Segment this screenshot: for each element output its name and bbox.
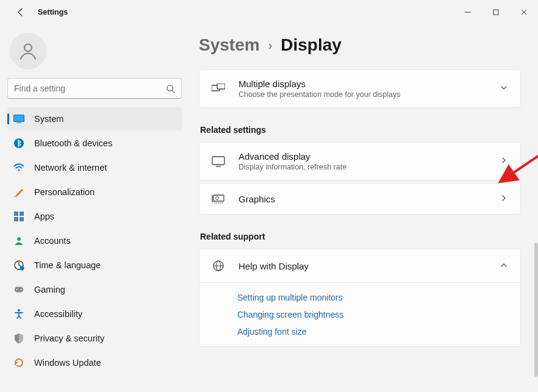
svg-line-4 <box>172 90 174 93</box>
window-title: Settings <box>38 8 68 16</box>
help-link[interactable]: Setting up multiple monitors <box>237 293 508 302</box>
close-button[interactable] <box>510 0 538 24</box>
avatar[interactable] <box>10 33 46 69</box>
svg-point-2 <box>24 44 32 51</box>
displays-icon <box>212 82 225 96</box>
clock-globe-icon <box>13 260 24 271</box>
gpu-icon <box>212 192 225 205</box>
svg-point-3 <box>167 85 173 90</box>
shield-icon <box>13 333 24 344</box>
card-title: Multiple displays <box>239 79 486 89</box>
svg-point-18 <box>16 289 17 290</box>
chevron-right-icon <box>500 194 508 204</box>
sidebar-item-label: Apps <box>34 212 54 221</box>
monitor-icon <box>212 155 225 168</box>
sidebar-item-network[interactable]: Network & internet <box>7 156 182 179</box>
person-icon <box>18 41 38 62</box>
search-input[interactable] <box>7 78 182 99</box>
svg-point-20 <box>18 309 20 312</box>
sidebar-item-gaming[interactable]: Gaming <box>7 278 182 301</box>
sidebar-item-privacy[interactable]: Privacy & security <box>7 327 182 350</box>
svg-point-9 <box>18 169 20 171</box>
sidebar-item-bluetooth[interactable]: Bluetooth & devices <box>7 132 182 155</box>
svg-point-19 <box>21 289 22 290</box>
svg-rect-22 <box>217 84 225 89</box>
wifi-icon <box>13 162 24 173</box>
main-content: System › Display Multiple displays Choos… <box>189 24 538 392</box>
minimize-button[interactable] <box>454 0 482 24</box>
card-title: Graphics <box>239 194 486 204</box>
accessibility-icon <box>13 308 24 319</box>
svg-rect-13 <box>20 217 24 221</box>
svg-rect-6 <box>14 115 24 121</box>
gamepad-icon <box>13 284 24 295</box>
svg-rect-10 <box>14 212 18 216</box>
sidebar-item-apps[interactable]: Apps <box>7 205 182 228</box>
svg-point-26 <box>216 197 219 200</box>
sidebar-item-system[interactable]: System <box>7 107 182 130</box>
sidebar-item-label: System <box>34 114 63 124</box>
scrollbar[interactable] <box>534 243 538 377</box>
bluetooth-icon <box>13 138 24 149</box>
card-subtitle: Choose the presentation mode for your di… <box>239 90 486 99</box>
sidebar-item-label: Privacy & security <box>34 333 104 343</box>
svg-rect-7 <box>16 123 21 123</box>
card-title: Advanced display <box>239 151 486 162</box>
chevron-down-icon <box>500 84 508 94</box>
help-link[interactable]: Changing screen brightness <box>237 310 508 319</box>
svg-rect-11 <box>20 212 24 216</box>
svg-rect-23 <box>212 157 224 165</box>
section-related-settings: Related settings <box>200 125 521 135</box>
grid-icon <box>13 211 24 222</box>
card-title: Help with Display <box>239 261 486 271</box>
svg-point-14 <box>17 237 21 241</box>
card-help: Help with Display Setting up multiple mo… <box>199 249 521 347</box>
svg-point-16 <box>20 266 24 271</box>
chevron-right-icon: › <box>268 38 273 52</box>
maximize-button[interactable] <box>482 0 510 24</box>
sidebar-item-label: Time & language <box>34 260 101 270</box>
search-field[interactable] <box>14 84 166 93</box>
svg-rect-1 <box>493 10 498 15</box>
breadcrumb: System › Display <box>199 35 521 55</box>
sidebar-item-label: Personalization <box>34 187 95 197</box>
card-multiple-displays[interactable]: Multiple displays Choose the presentatio… <box>199 69 521 108</box>
card-advanced-display[interactable]: Advanced display Display information, re… <box>199 142 521 180</box>
sidebar-item-label: Bluetooth & devices <box>34 138 112 148</box>
help-link[interactable]: Adjusting font size <box>237 327 508 337</box>
search-icon <box>166 84 175 93</box>
back-button[interactable] <box>11 2 30 22</box>
paintbrush-icon <box>13 187 24 198</box>
globe-icon <box>212 259 225 273</box>
sidebar-item-personalization[interactable]: Personalization <box>7 180 182 204</box>
sidebar-item-update[interactable]: Windows Update <box>7 351 182 374</box>
svg-rect-17 <box>15 287 23 293</box>
sidebar-item-accessibility[interactable]: Accessibility <box>7 302 182 326</box>
sidebar-item-accounts[interactable]: Accounts <box>7 229 182 252</box>
card-help-header[interactable]: Help with Display <box>199 249 520 282</box>
breadcrumb-parent[interactable]: System <box>199 35 260 55</box>
chevron-up-icon <box>500 261 508 271</box>
person-icon <box>13 235 24 246</box>
sidebar-item-label: Accounts <box>34 236 71 246</box>
section-related-support: Related support <box>200 232 521 241</box>
page-title: Display <box>281 35 342 55</box>
sidebar-item-label: Network & internet <box>34 163 107 173</box>
chevron-right-icon <box>500 156 508 166</box>
sidebar-item-label: Gaming <box>34 285 65 294</box>
sidebar: System Bluetooth & devices Network & int… <box>0 24 189 392</box>
title-bar: Settings <box>0 0 538 24</box>
card-subtitle: Display information, refresh rate <box>239 163 486 171</box>
svg-rect-12 <box>14 217 18 221</box>
sidebar-item-label: Windows Update <box>34 358 101 368</box>
system-icon <box>13 113 24 124</box>
update-icon <box>13 357 24 368</box>
sidebar-item-time-language[interactable]: Time & language <box>7 254 182 277</box>
sidebar-item-label: Accessibility <box>34 309 82 319</box>
card-graphics[interactable]: Graphics <box>199 183 521 215</box>
